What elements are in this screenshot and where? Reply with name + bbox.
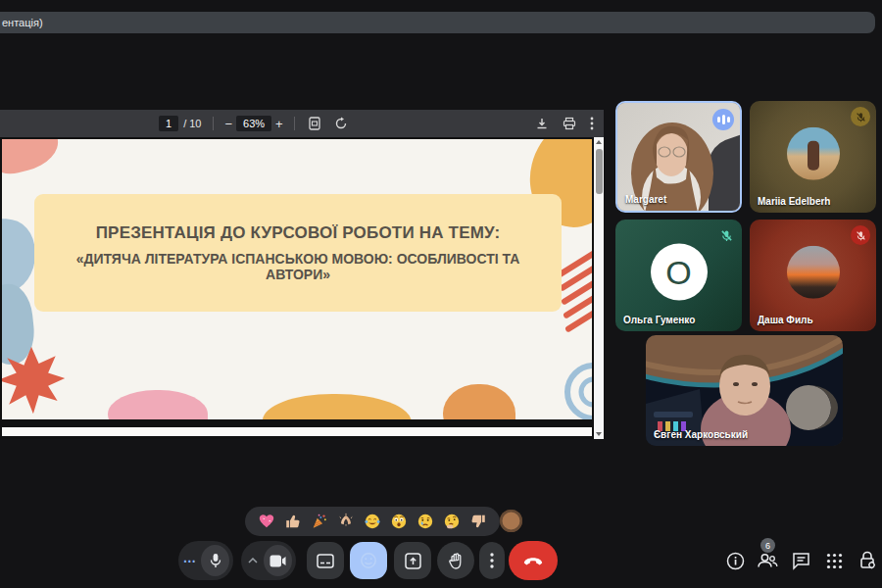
camera-icon[interactable] bbox=[264, 545, 292, 576]
print-icon[interactable] bbox=[563, 117, 576, 130]
google-meet-window: ентація) 1 / 10 − 63% + bbox=[0, 0, 882, 588]
reactions-button[interactable] bbox=[350, 542, 387, 579]
decor-coral-star bbox=[2, 343, 69, 417]
reaction-thumbs-down-icon[interactable] bbox=[468, 512, 488, 531]
presenting-banner-text: ентація) bbox=[2, 17, 43, 28]
present-screen-icon bbox=[405, 553, 421, 569]
end-call-icon bbox=[523, 557, 543, 565]
microphone-icon[interactable] bbox=[201, 545, 229, 576]
camera-button-group[interactable] bbox=[241, 541, 296, 580]
decor-orange-blob-bottom bbox=[443, 384, 515, 419]
decor-pink-blob-bottom bbox=[108, 390, 208, 419]
decor-blue-swirl bbox=[543, 357, 592, 419]
rotate-page-icon[interactable] bbox=[334, 117, 348, 130]
end-call-button[interactable] bbox=[509, 541, 558, 580]
participant-tile-dasha[interactable]: Даша Филь bbox=[750, 220, 876, 331]
participant-name: Ольга Гуменко bbox=[623, 315, 695, 325]
participant-count-value: 6 bbox=[765, 541, 770, 551]
reaction-astonished-face-icon[interactable] bbox=[389, 512, 409, 531]
participant-tile-margaret[interactable]: Margaret bbox=[615, 101, 742, 213]
mic-muted-icon bbox=[851, 107, 870, 126]
decor-pink-blob-topleft bbox=[2, 139, 64, 178]
mariia-avatar bbox=[787, 127, 840, 180]
pdf-more-options-icon[interactable] bbox=[590, 117, 594, 130]
raise-hand-button[interactable] bbox=[437, 542, 474, 579]
zoom-level-value: 63% bbox=[236, 116, 271, 131]
participant-tile-olha[interactable]: O Ольга Гуменко bbox=[615, 220, 742, 331]
next-page-edge bbox=[2, 427, 592, 436]
reaction-face-with-tears-of-joy-icon[interactable] bbox=[363, 512, 382, 531]
people-icon bbox=[757, 552, 778, 569]
chat-button[interactable] bbox=[788, 548, 813, 573]
download-icon[interactable] bbox=[535, 117, 549, 130]
pdf-toolbar: 1 / 10 − 63% + bbox=[0, 110, 604, 137]
scrollbar-thumb[interactable] bbox=[596, 149, 603, 194]
more-options-button[interactable] bbox=[479, 542, 505, 579]
participant-tile-yevhen[interactable]: Євген Харковський bbox=[646, 335, 843, 446]
mic-muted-icon bbox=[851, 225, 870, 245]
slide-title-line1: ПРЕЗЕНТАЦІЯ ДО КУРСОВОЇ РОБОТИ НА ТЕМУ: bbox=[96, 223, 501, 243]
scroll-up-arrow[interactable] bbox=[594, 137, 604, 147]
pdf-scrollbar[interactable] bbox=[594, 137, 604, 439]
chat-icon bbox=[792, 552, 810, 570]
host-controls-button[interactable] bbox=[855, 548, 880, 573]
reaction-clapping-hands-icon[interactable] bbox=[336, 512, 356, 531]
smiley-icon bbox=[360, 552, 377, 569]
reaction-thumbs-up-icon[interactable] bbox=[283, 512, 303, 531]
captions-button[interactable] bbox=[307, 542, 344, 579]
shared-presentation-viewer: 1 / 10 − 63% + bbox=[0, 110, 604, 439]
presenting-banner: ентація) bbox=[0, 12, 875, 33]
reaction-thinking-face-icon[interactable] bbox=[442, 512, 462, 531]
lock-gear-icon bbox=[858, 551, 877, 570]
present-screen-button[interactable] bbox=[394, 542, 431, 579]
participant-tile-mariia[interactable]: Mariia Edelberh bbox=[750, 101, 876, 213]
reaction-crying-face-icon[interactable] bbox=[416, 512, 435, 531]
zoom-in-button[interactable]: + bbox=[271, 118, 287, 130]
dasha-avatar bbox=[787, 246, 840, 299]
participant-name: Даша Филь bbox=[758, 315, 813, 325]
pdf-page-area: ПРЕЗЕНТАЦІЯ ДО КУРСОВОЇ РОБОТИ НА ТЕМУ: … bbox=[0, 137, 594, 439]
scroll-down-arrow[interactable] bbox=[594, 429, 604, 439]
skin-tone-selector[interactable] bbox=[500, 510, 522, 532]
info-icon bbox=[726, 552, 745, 570]
meeting-details-button[interactable] bbox=[722, 548, 748, 573]
microphone-button-group[interactable]: ⋯ bbox=[178, 541, 233, 580]
slide-page: ПРЕЗЕНТАЦІЯ ДО КУРСОВОЇ РОБОТИ НА ТЕМУ: … bbox=[2, 139, 592, 419]
audio-activity-icon: ⋯ bbox=[178, 554, 201, 568]
reactions-bar bbox=[245, 507, 500, 536]
mic-muted-icon bbox=[716, 225, 736, 245]
participant-name: Margaret bbox=[625, 194, 666, 205]
grid-icon bbox=[826, 553, 843, 569]
slide-title-line2: «ДИТЯЧА ЛІТЕРАТУРА ІСПАНСЬКОЮ МОВОЮ: ОСО… bbox=[48, 251, 548, 282]
activities-button[interactable] bbox=[821, 548, 847, 573]
camera-options-chevron-icon[interactable] bbox=[241, 558, 264, 564]
raise-hand-icon bbox=[449, 553, 464, 569]
page-count-label: / 10 bbox=[183, 118, 201, 129]
slide-title-box: ПРЕЗЕНТАЦІЯ ДО КУРСОВОЇ РОБОТИ НА ТЕМУ: … bbox=[34, 194, 562, 312]
participant-name: Євген Харковський bbox=[654, 429, 748, 440]
speaking-indicator-icon bbox=[712, 109, 734, 130]
decor-yellow-blob-bottom bbox=[263, 394, 412, 419]
participant-name: Mariia Edelberh bbox=[758, 196, 830, 207]
zoom-out-button[interactable]: − bbox=[220, 118, 236, 130]
captions-icon bbox=[317, 554, 334, 568]
avatar-initial: O bbox=[665, 253, 691, 291]
reaction-party-popper-icon[interactable] bbox=[310, 512, 329, 531]
more-options-icon bbox=[490, 553, 494, 568]
olha-initial-avatar: O bbox=[651, 244, 708, 301]
reaction-sparkling-heart-icon[interactable] bbox=[257, 512, 276, 531]
page-number-input[interactable]: 1 bbox=[159, 116, 178, 131]
fit-to-page-icon[interactable] bbox=[309, 117, 320, 130]
participant-count-badge: 6 bbox=[760, 538, 775, 553]
